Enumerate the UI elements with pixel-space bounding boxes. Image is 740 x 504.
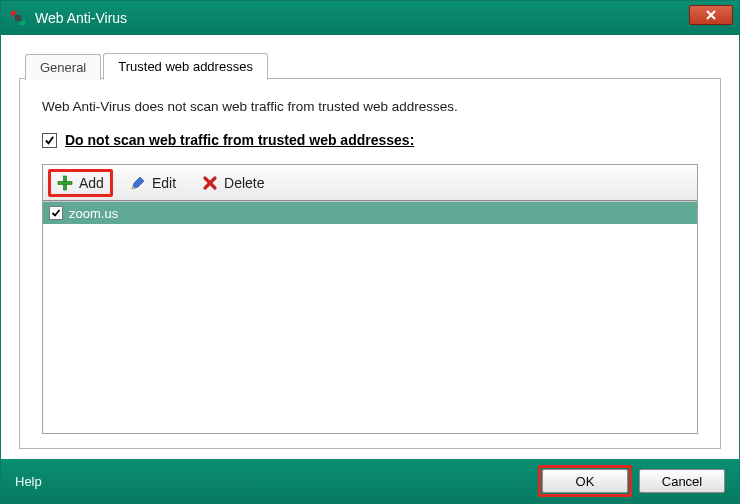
titlebar: Web Anti-Virus [1, 1, 739, 35]
window: Web Anti-Virus General Trusted web addre… [0, 0, 740, 504]
do-not-scan-label: Do not scan web traffic from trusted web… [65, 132, 414, 148]
description-text: Web Anti-Virus does not scan web traffic… [42, 99, 698, 114]
footer: Help OK Cancel [1, 459, 739, 503]
delete-button[interactable]: Delete [196, 172, 270, 194]
check-icon [51, 208, 61, 218]
list-item[interactable]: zoom.us [43, 202, 697, 224]
plus-icon [57, 175, 73, 191]
delete-icon [202, 175, 218, 191]
checkbox-box [42, 133, 57, 148]
tab-trusted-label: Trusted web addresses [118, 59, 253, 74]
add-button[interactable]: Add [48, 169, 113, 197]
list-toolbar: Add Edit Delete [43, 165, 697, 201]
tab-general[interactable]: General [25, 54, 101, 80]
svg-rect-6 [58, 181, 72, 184]
delete-label: Delete [224, 175, 264, 191]
tab-general-label: General [40, 60, 86, 75]
close-button[interactable] [689, 5, 733, 25]
cancel-button[interactable]: Cancel [639, 469, 725, 493]
trusted-list-container: Add Edit Delete [42, 164, 698, 434]
edit-label: Edit [152, 175, 176, 191]
ok-label: OK [576, 474, 595, 489]
app-icon [9, 9, 27, 27]
check-icon [44, 135, 55, 146]
help-link[interactable]: Help [15, 474, 42, 489]
close-icon [706, 10, 716, 20]
trusted-list[interactable]: zoom.us [43, 201, 697, 433]
add-label: Add [79, 175, 104, 191]
tabs: General Trusted web addresses [25, 51, 721, 79]
edit-button[interactable]: Edit [124, 172, 182, 194]
tab-panel: Web Anti-Virus does not scan web traffic… [19, 78, 721, 449]
ok-button-highlight: OK [538, 465, 632, 497]
window-title: Web Anti-Virus [35, 10, 127, 26]
do-not-scan-checkbox[interactable]: Do not scan web traffic from trusted web… [42, 132, 698, 148]
ok-button[interactable]: OK [542, 469, 628, 493]
list-item-checkbox[interactable] [49, 206, 63, 220]
pencil-icon [130, 175, 146, 191]
list-item-label: zoom.us [69, 206, 118, 221]
tab-trusted-addresses[interactable]: Trusted web addresses [103, 53, 268, 80]
cancel-label: Cancel [662, 474, 702, 489]
svg-rect-2 [15, 15, 21, 21]
content-area: General Trusted web addresses Web Anti-V… [1, 35, 739, 459]
